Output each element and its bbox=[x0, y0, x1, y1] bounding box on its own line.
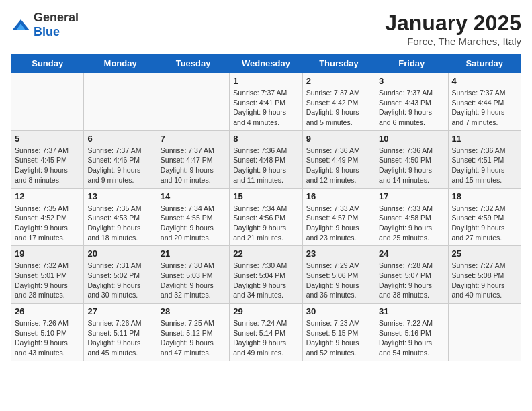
weekday-header-tuesday: Tuesday bbox=[157, 54, 229, 73]
day-info: Sunrise: 7:28 AM Sunset: 5:07 PM Dayligh… bbox=[379, 261, 444, 300]
day-cell: 27Sunrise: 7:26 AM Sunset: 5:11 PM Dayli… bbox=[84, 304, 157, 361]
day-number: 4 bbox=[452, 76, 517, 86]
week-row-0: 1Sunrise: 7:37 AM Sunset: 4:41 PM Daylig… bbox=[11, 73, 521, 131]
day-cell: 7Sunrise: 7:37 AM Sunset: 4:47 PM Daylig… bbox=[157, 130, 229, 188]
day-cell: 28Sunrise: 7:25 AM Sunset: 5:12 PM Dayli… bbox=[157, 304, 229, 361]
day-number: 28 bbox=[161, 306, 226, 316]
day-number: 9 bbox=[306, 134, 371, 144]
logo-icon bbox=[11, 17, 31, 33]
day-info: Sunrise: 7:29 AM Sunset: 5:06 PM Dayligh… bbox=[306, 261, 371, 300]
day-number: 11 bbox=[452, 134, 517, 144]
day-cell: 2Sunrise: 7:37 AM Sunset: 4:42 PM Daylig… bbox=[302, 73, 375, 131]
day-cell: 12Sunrise: 7:35 AM Sunset: 4:52 PM Dayli… bbox=[11, 188, 84, 246]
calendar-header: SundayMondayTuesdayWednesdayThursdayFrid… bbox=[11, 54, 521, 73]
day-number: 18 bbox=[452, 191, 517, 201]
day-info: Sunrise: 7:37 AM Sunset: 4:43 PM Dayligh… bbox=[379, 88, 444, 128]
day-info: Sunrise: 7:36 AM Sunset: 4:50 PM Dayligh… bbox=[379, 146, 444, 185]
day-info: Sunrise: 7:37 AM Sunset: 4:44 PM Dayligh… bbox=[452, 88, 517, 128]
day-info: Sunrise: 7:31 AM Sunset: 5:02 PM Dayligh… bbox=[87, 261, 152, 300]
day-number: 16 bbox=[306, 191, 371, 201]
calendar-body: 1Sunrise: 7:37 AM Sunset: 4:41 PM Daylig… bbox=[11, 73, 521, 361]
day-cell: 13Sunrise: 7:35 AM Sunset: 4:53 PM Dayli… bbox=[84, 188, 157, 246]
day-number: 1 bbox=[233, 76, 298, 86]
day-number: 22 bbox=[233, 248, 298, 259]
day-cell: 1Sunrise: 7:37 AM Sunset: 4:41 PM Daylig… bbox=[230, 73, 302, 131]
day-info: Sunrise: 7:30 AM Sunset: 5:04 PM Dayligh… bbox=[233, 261, 298, 300]
calendar-table: SundayMondayTuesdayWednesdayThursdayFrid… bbox=[11, 54, 521, 361]
week-row-3: 19Sunrise: 7:32 AM Sunset: 5:01 PM Dayli… bbox=[11, 246, 521, 304]
day-cell bbox=[11, 73, 84, 131]
day-info: Sunrise: 7:33 AM Sunset: 4:57 PM Dayligh… bbox=[306, 203, 371, 243]
day-info: Sunrise: 7:32 AM Sunset: 4:59 PM Dayligh… bbox=[452, 203, 517, 243]
day-cell bbox=[448, 304, 521, 361]
day-cell: 21Sunrise: 7:30 AM Sunset: 5:03 PM Dayli… bbox=[157, 246, 229, 304]
day-cell: 29Sunrise: 7:24 AM Sunset: 5:14 PM Dayli… bbox=[230, 304, 302, 361]
day-cell: 24Sunrise: 7:28 AM Sunset: 5:07 PM Dayli… bbox=[375, 246, 448, 304]
day-info: Sunrise: 7:37 AM Sunset: 4:46 PM Dayligh… bbox=[87, 146, 152, 185]
day-info: Sunrise: 7:32 AM Sunset: 5:01 PM Dayligh… bbox=[15, 261, 80, 300]
logo-text: General Blue bbox=[34, 11, 79, 39]
day-cell bbox=[157, 73, 229, 131]
weekday-header-row: SundayMondayTuesdayWednesdayThursdayFrid… bbox=[11, 54, 521, 73]
day-number: 26 bbox=[15, 306, 80, 316]
day-number: 30 bbox=[306, 306, 371, 316]
day-cell: 6Sunrise: 7:37 AM Sunset: 4:46 PM Daylig… bbox=[84, 130, 157, 188]
day-number: 5 bbox=[15, 134, 80, 144]
logo-blue: Blue bbox=[34, 25, 60, 38]
day-cell: 26Sunrise: 7:26 AM Sunset: 5:10 PM Dayli… bbox=[11, 304, 84, 361]
day-cell: 10Sunrise: 7:36 AM Sunset: 4:50 PM Dayli… bbox=[375, 130, 448, 188]
day-info: Sunrise: 7:33 AM Sunset: 4:58 PM Dayligh… bbox=[379, 203, 444, 243]
day-number: 27 bbox=[87, 306, 152, 316]
day-number: 15 bbox=[233, 191, 298, 201]
day-cell: 19Sunrise: 7:32 AM Sunset: 5:01 PM Dayli… bbox=[11, 246, 84, 304]
day-number: 21 bbox=[161, 248, 226, 259]
day-info: Sunrise: 7:34 AM Sunset: 4:55 PM Dayligh… bbox=[161, 203, 226, 243]
day-info: Sunrise: 7:26 AM Sunset: 5:11 PM Dayligh… bbox=[87, 318, 152, 358]
day-cell: 20Sunrise: 7:31 AM Sunset: 5:02 PM Dayli… bbox=[84, 246, 157, 304]
day-number: 7 bbox=[161, 134, 226, 144]
day-info: Sunrise: 7:36 AM Sunset: 4:51 PM Dayligh… bbox=[452, 146, 517, 185]
day-number: 3 bbox=[379, 76, 444, 86]
day-info: Sunrise: 7:35 AM Sunset: 4:52 PM Dayligh… bbox=[15, 203, 80, 243]
day-number: 24 bbox=[379, 248, 444, 259]
day-cell: 30Sunrise: 7:23 AM Sunset: 5:15 PM Dayli… bbox=[302, 304, 375, 361]
title-area: January 2025 Force, The Marches, Italy bbox=[385, 11, 521, 47]
week-row-2: 12Sunrise: 7:35 AM Sunset: 4:52 PM Dayli… bbox=[11, 188, 521, 246]
day-info: Sunrise: 7:27 AM Sunset: 5:08 PM Dayligh… bbox=[452, 261, 517, 300]
logo: General Blue bbox=[11, 11, 79, 39]
day-number: 31 bbox=[379, 306, 444, 316]
day-info: Sunrise: 7:37 AM Sunset: 4:47 PM Dayligh… bbox=[161, 146, 226, 185]
day-info: Sunrise: 7:35 AM Sunset: 4:53 PM Dayligh… bbox=[87, 203, 152, 243]
day-cell: 3Sunrise: 7:37 AM Sunset: 4:43 PM Daylig… bbox=[375, 73, 448, 131]
weekday-header-saturday: Saturday bbox=[448, 54, 521, 73]
month-year: January 2025 bbox=[385, 11, 521, 36]
day-number: 19 bbox=[15, 248, 80, 259]
day-cell: 9Sunrise: 7:36 AM Sunset: 4:49 PM Daylig… bbox=[302, 130, 375, 188]
day-number: 12 bbox=[15, 191, 80, 201]
day-cell: 16Sunrise: 7:33 AM Sunset: 4:57 PM Dayli… bbox=[302, 188, 375, 246]
day-cell bbox=[84, 73, 157, 131]
day-cell: 18Sunrise: 7:32 AM Sunset: 4:59 PM Dayli… bbox=[448, 188, 521, 246]
day-cell: 15Sunrise: 7:34 AM Sunset: 4:56 PM Dayli… bbox=[230, 188, 302, 246]
day-info: Sunrise: 7:34 AM Sunset: 4:56 PM Dayligh… bbox=[233, 203, 298, 243]
day-cell: 23Sunrise: 7:29 AM Sunset: 5:06 PM Dayli… bbox=[302, 246, 375, 304]
week-row-4: 26Sunrise: 7:26 AM Sunset: 5:10 PM Dayli… bbox=[11, 304, 521, 361]
weekday-header-friday: Friday bbox=[375, 54, 448, 73]
day-cell: 5Sunrise: 7:37 AM Sunset: 4:45 PM Daylig… bbox=[11, 130, 84, 188]
page-header: General Blue January 2025 Force, The Mar… bbox=[11, 11, 521, 47]
day-info: Sunrise: 7:25 AM Sunset: 5:12 PM Dayligh… bbox=[161, 318, 226, 358]
day-cell: 22Sunrise: 7:30 AM Sunset: 5:04 PM Dayli… bbox=[230, 246, 302, 304]
day-info: Sunrise: 7:37 AM Sunset: 4:45 PM Dayligh… bbox=[15, 146, 80, 185]
day-cell: 8Sunrise: 7:36 AM Sunset: 4:48 PM Daylig… bbox=[230, 130, 302, 188]
weekday-header-monday: Monday bbox=[84, 54, 157, 73]
day-cell: 17Sunrise: 7:33 AM Sunset: 4:58 PM Dayli… bbox=[375, 188, 448, 246]
day-number: 13 bbox=[87, 191, 152, 201]
day-cell: 14Sunrise: 7:34 AM Sunset: 4:55 PM Dayli… bbox=[157, 188, 229, 246]
day-info: Sunrise: 7:24 AM Sunset: 5:14 PM Dayligh… bbox=[233, 318, 298, 358]
day-cell: 11Sunrise: 7:36 AM Sunset: 4:51 PM Dayli… bbox=[448, 130, 521, 188]
day-number: 14 bbox=[161, 191, 226, 201]
day-number: 10 bbox=[379, 134, 444, 144]
weekday-header-thursday: Thursday bbox=[302, 54, 375, 73]
day-info: Sunrise: 7:37 AM Sunset: 4:42 PM Dayligh… bbox=[306, 88, 371, 128]
day-number: 29 bbox=[233, 306, 298, 316]
